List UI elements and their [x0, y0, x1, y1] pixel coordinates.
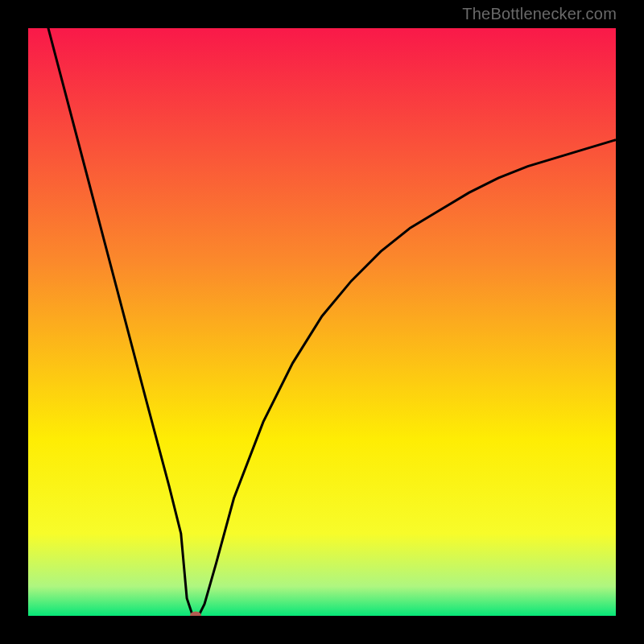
optimum-marker [190, 612, 201, 617]
chart-frame: TheBottlenecker.com [0, 0, 644, 644]
plot-area [28, 28, 616, 616]
bottleneck-curve [28, 28, 616, 616]
curve-path [28, 28, 616, 616]
watermark-text: TheBottlenecker.com [462, 5, 617, 23]
